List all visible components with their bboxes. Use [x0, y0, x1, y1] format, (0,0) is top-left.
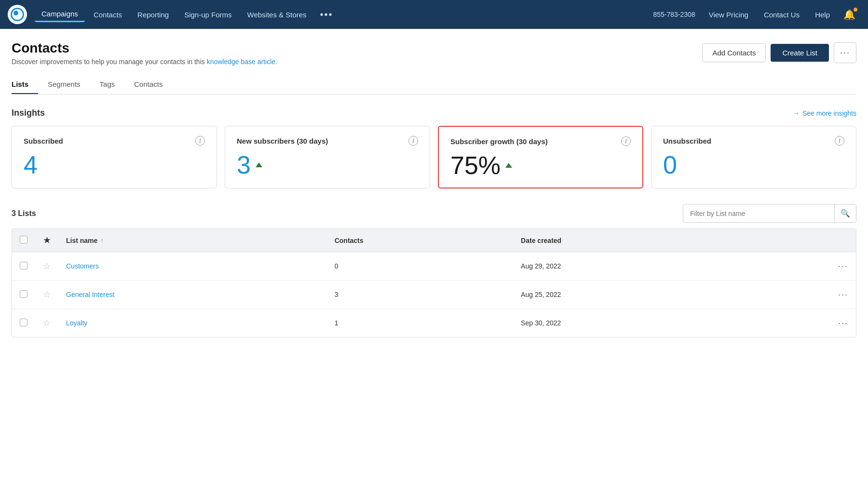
insight-value-subscriber-growth: 75%: [450, 153, 631, 178]
nav-item-contacts[interactable]: Contacts: [87, 8, 129, 22]
lists-header: 3 Lists 🔍: [12, 204, 856, 223]
star-icon-loyalty[interactable]: ☆: [43, 318, 51, 328]
navigation: Campaigns Contacts Reporting Sign-up For…: [0, 0, 868, 29]
contacts-count-general-interest: 3: [327, 281, 513, 309]
info-icon-subscriber-growth[interactable]: i: [621, 136, 631, 146]
insights-header: Insights See more insights: [12, 108, 856, 118]
arrow-up-new-subscribers: [256, 162, 262, 167]
nav-view-pricing[interactable]: View Pricing: [702, 8, 755, 22]
date-created-general-interest: Aug 25, 2022: [513, 281, 748, 309]
contacts-count-loyalty: 1: [327, 309, 513, 337]
add-contacts-button[interactable]: Add Contacts: [702, 43, 766, 62]
info-icon-subscribed[interactable]: i: [195, 136, 205, 146]
nav-phone-number: 855-783-2308: [648, 8, 700, 21]
select-all-checkbox[interactable]: [20, 236, 27, 243]
row-checkbox-loyalty[interactable]: [20, 319, 27, 326]
filter-search-button[interactable]: 🔍: [834, 204, 856, 222]
see-more-insights-link[interactable]: See more insights: [793, 109, 856, 117]
star-icon-general-interest[interactable]: ☆: [43, 290, 51, 299]
nav-item-reporting[interactable]: Reporting: [131, 8, 176, 22]
header-actions: Add Contacts Create List ···: [702, 42, 856, 63]
row-more-button-loyalty[interactable]: ···: [838, 318, 848, 328]
table-header-checkbox-col: [12, 229, 35, 252]
page-header-left: Contacts Discover improvements to help y…: [12, 40, 277, 66]
nav-item-websites-stores[interactable]: Websites & Stores: [241, 8, 313, 22]
insight-card-unsubscribed: Unsubscribed i 0: [651, 126, 856, 188]
lists-count: 3 Lists: [12, 209, 36, 218]
notification-bell[interactable]: 🔔: [839, 6, 860, 23]
row-more-button-customers[interactable]: ···: [838, 261, 848, 271]
table-header-row: ★ List name ↑ Contacts Date created: [12, 229, 856, 252]
list-filter-search: 🔍: [683, 204, 856, 223]
table-row: ☆ Loyalty 1 Sep 30, 2022 ···: [12, 309, 856, 337]
date-created-loyalty: Sep 30, 2022: [513, 309, 748, 337]
lists-table-wrapper: ★ List name ↑ Contacts Date created: [12, 228, 856, 337]
sort-icon-list-name: ↑: [100, 237, 103, 244]
date-created-customers: Aug 29, 2022: [513, 252, 748, 281]
table-row: ☆ General Interest 3 Aug 25, 2022 ···: [12, 281, 856, 309]
insight-value-unsubscribed: 0: [663, 152, 844, 177]
insight-card-subscriber-growth: Subscriber growth (30 days) i 75%: [438, 126, 643, 188]
filter-list-input[interactable]: [683, 205, 834, 222]
row-more-button-general-interest[interactable]: ···: [838, 290, 848, 300]
insights-cards: Subscribed i 4 New subscribers (30 days)…: [12, 126, 856, 188]
insight-card-subscribed: Subscribed i 4: [12, 126, 217, 188]
insight-value-new-subscribers: 3: [237, 152, 418, 177]
row-checkbox-general-interest[interactable]: [20, 290, 27, 298]
table-header-list-name[interactable]: List name ↑: [58, 229, 327, 252]
tab-segments[interactable]: Segments: [48, 75, 90, 94]
insight-label-subscribed: Subscribed: [24, 137, 63, 145]
nav-item-campaigns[interactable]: Campaigns: [35, 7, 85, 22]
nav-more-button[interactable]: •••: [315, 6, 338, 23]
insight-value-subscribed: 4: [24, 152, 205, 177]
lists-table: ★ List name ↑ Contacts Date created: [12, 229, 856, 337]
nav-help[interactable]: Help: [808, 8, 837, 22]
create-list-button[interactable]: Create List: [771, 44, 829, 62]
nav-item-signup-forms[interactable]: Sign-up Forms: [177, 8, 238, 22]
insight-card-new-subscribers: New subscribers (30 days) i 3: [225, 126, 430, 188]
insight-label-subscriber-growth: Subscriber growth (30 days): [450, 137, 548, 146]
list-name-loyalty[interactable]: Loyalty: [66, 319, 87, 327]
list-name-customers[interactable]: Customers: [66, 262, 99, 270]
table-header-star-col: ★: [35, 229, 58, 252]
nav-contact-us[interactable]: Contact Us: [757, 8, 806, 22]
page-title: Contacts: [12, 40, 277, 56]
more-actions-button[interactable]: ···: [834, 42, 856, 63]
page-header: Contacts Discover improvements to help y…: [12, 40, 856, 66]
app-logo[interactable]: [8, 5, 27, 24]
table-header-contacts: Contacts: [327, 229, 513, 252]
table-header-date-created: Date created: [513, 229, 748, 252]
table-header-actions-col: [748, 229, 856, 252]
tab-contacts[interactable]: Contacts: [134, 75, 172, 94]
list-name-general-interest[interactable]: General Interest: [66, 291, 114, 298]
arrow-up-subscriber-growth: [505, 163, 512, 168]
insight-label-new-subscribers: New subscribers (30 days): [237, 137, 328, 145]
search-icon: 🔍: [841, 209, 850, 217]
insight-label-unsubscribed: Unsubscribed: [663, 137, 711, 145]
info-icon-unsubscribed[interactable]: i: [835, 136, 844, 146]
page-content: Contacts Discover improvements to help y…: [0, 29, 868, 337]
notification-dot: [854, 8, 857, 12]
page-subtitle: Discover improvements to help you manage…: [12, 58, 277, 66]
contacts-count-customers: 0: [327, 252, 513, 281]
info-icon-new-subscribers[interactable]: i: [408, 136, 418, 146]
star-icon-customers[interactable]: ☆: [43, 261, 51, 271]
tab-lists[interactable]: Lists: [12, 75, 38, 94]
star-header-icon: ★: [43, 236, 50, 244]
insights-title: Insights: [12, 108, 45, 118]
row-checkbox-customers[interactable]: [20, 262, 27, 269]
tab-tags[interactable]: Tags: [100, 75, 125, 94]
tabs-bar: Lists Segments Tags Contacts: [12, 75, 856, 94]
table-row: ☆ Customers 0 Aug 29, 2022 ···: [12, 252, 856, 281]
knowledge-base-link[interactable]: knowledge base article.: [207, 58, 277, 66]
